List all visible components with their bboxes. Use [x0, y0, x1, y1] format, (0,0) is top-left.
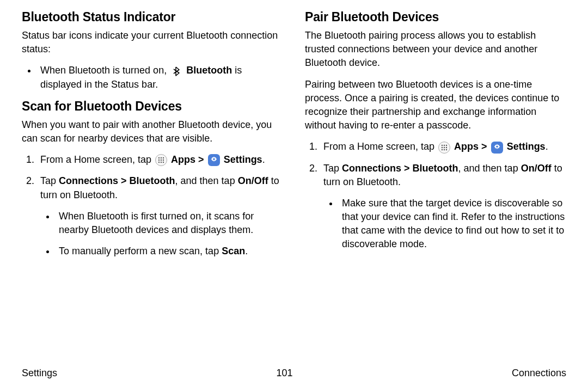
bold-text: On/Off — [521, 163, 552, 174]
separator: > — [195, 154, 207, 165]
settings-icon — [208, 154, 220, 166]
page-content: Bluetooth Status Indicator Status bar ic… — [0, 0, 588, 266]
page-number: 101 — [276, 367, 292, 379]
paragraph: The Bluetooth pairing process allows you… — [305, 29, 566, 70]
text: Tap — [40, 175, 59, 186]
text: , and then tap — [458, 163, 521, 174]
list-item: To manually perform a new scan, tap Scan… — [56, 244, 283, 258]
text: From a Home screen, tap — [323, 141, 437, 152]
list-item: Make sure that the target device is disc… — [339, 197, 566, 252]
list-item: When Bluetooth is first turned on, it sc… — [56, 210, 283, 237]
bold-text: Connections — [59, 175, 118, 186]
bullet-list: When Bluetooth is first turned on, it sc… — [40, 210, 283, 259]
bold-text: Bluetooth — [413, 163, 458, 174]
intro-text: When you want to pair with another Bluet… — [22, 118, 283, 145]
list-item: From a Home screen, tap Apps > Settings. — [37, 153, 283, 167]
text: . — [245, 246, 248, 256]
text: , and then tap — [175, 175, 238, 186]
bold-text: Settings — [224, 154, 262, 165]
svg-point-14 — [444, 146, 445, 148]
list-item: From a Home screen, tap Apps > Settings. — [320, 140, 566, 154]
footer-left: Settings — [22, 367, 57, 379]
numbered-list: From a Home screen, tap Apps > Settings.… — [305, 140, 566, 251]
text: From a Home screen, tap — [40, 154, 154, 165]
heading-pair-devices: Pair Bluetooth Devices — [305, 10, 566, 24]
svg-point-12 — [446, 144, 447, 145]
paragraph: Pairing between two Bluetooth devices is… — [305, 78, 566, 133]
list-item: Tap Connections > Bluetooth, and then ta… — [320, 162, 566, 252]
apps-icon — [155, 154, 167, 166]
bluetooth-icon — [170, 65, 182, 77]
svg-point-9 — [213, 158, 215, 161]
svg-point-17 — [444, 149, 445, 150]
bold-text: Connections — [342, 163, 401, 174]
bold-text: On/Off — [238, 175, 268, 186]
page-footer: Settings 101 Connections — [22, 367, 566, 379]
numbered-list: From a Home screen, tap Apps > Settings.… — [22, 153, 283, 258]
svg-point-6 — [158, 162, 160, 163]
svg-point-19 — [496, 145, 498, 148]
svg-point-11 — [444, 144, 445, 145]
settings-icon — [491, 142, 503, 154]
footer-right: Connections — [512, 367, 566, 379]
svg-point-0 — [158, 157, 160, 158]
intro-text: Status bar icons indicate your current B… — [22, 29, 283, 56]
heading-bluetooth-status: Bluetooth Status Indicator — [22, 10, 283, 24]
svg-point-10 — [442, 144, 443, 145]
text: . — [546, 141, 548, 152]
bold-text: Scan — [222, 246, 245, 256]
separator: > — [479, 141, 490, 152]
svg-point-15 — [446, 146, 447, 148]
svg-point-4 — [161, 160, 162, 161]
bold-text: Settings — [507, 141, 546, 152]
svg-point-18 — [446, 149, 447, 150]
bullet-list: When Bluetooth is turned on, Bluetooth i… — [22, 64, 283, 91]
svg-point-3 — [158, 160, 160, 161]
svg-point-2 — [163, 157, 164, 158]
list-item: When Bluetooth is turned on, Bluetooth i… — [37, 64, 283, 91]
heading-scan-devices: Scan for Bluetooth Devices — [22, 99, 283, 114]
left-column: Bluetooth Status Indicator Status bar ic… — [22, 10, 283, 266]
text: Tap — [323, 163, 342, 174]
separator: > — [118, 175, 130, 186]
bullet-list: Make sure that the target device is disc… — [323, 197, 566, 252]
bold-text: Bluetooth — [130, 175, 175, 186]
svg-point-7 — [161, 162, 162, 163]
text: When Bluetooth is turned on, — [40, 65, 169, 76]
svg-point-5 — [163, 160, 164, 161]
svg-point-8 — [163, 162, 164, 163]
list-item: Tap Connections > Bluetooth, and then ta… — [37, 174, 283, 258]
text: To manually perform a new scan, tap — [59, 246, 222, 256]
bold-text: Apps — [454, 141, 479, 152]
svg-point-1 — [161, 157, 162, 158]
svg-point-13 — [442, 146, 443, 148]
apps-icon — [438, 142, 450, 154]
text: . — [262, 154, 265, 165]
right-column: Pair Bluetooth Devices The Bluetooth pai… — [305, 10, 566, 266]
bold-text: Bluetooth — [186, 65, 232, 76]
bold-text: Apps — [171, 154, 195, 165]
svg-point-16 — [442, 149, 443, 150]
separator: > — [401, 163, 413, 174]
